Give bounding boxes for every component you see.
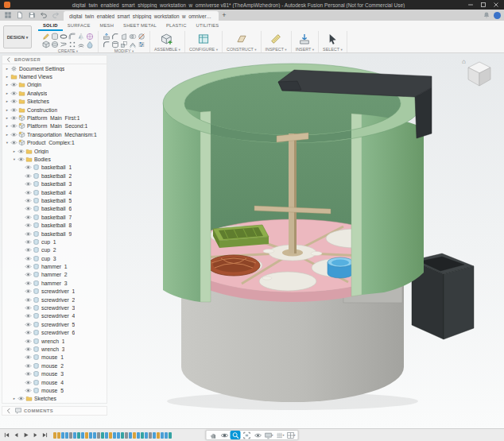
- browser-row-hammer-2[interactable]: hammer_2: [2, 271, 107, 279]
- visibility-eye-toggle[interactable]: [24, 238, 32, 246]
- pattern-button[interactable]: [68, 41, 76, 48]
- browser-row-basketball-8[interactable]: basketball_8: [2, 221, 107, 229]
- visibility-eye-toggle[interactable]: [24, 354, 32, 361]
- browser-row-mouse-3[interactable]: mouse_3: [2, 369, 107, 377]
- browser-row-screwdriver-6[interactable]: screwdriver_6: [2, 329, 107, 337]
- browser-row-cup-2[interactable]: cup_2: [2, 246, 107, 254]
- browser-row-platform-main-second-1[interactable]: ▸Platform_Main_Second:1: [2, 122, 107, 130]
- browser-row-screwdriver-5[interactable]: screwdriver_5: [2, 320, 107, 328]
- visibility-eye-toggle[interactable]: [10, 90, 17, 97]
- browser-row-construction[interactable]: ▸Construction: [2, 106, 107, 114]
- mirror-button[interactable]: [77, 33, 85, 41]
- new-tab-button[interactable]: +: [219, 10, 230, 21]
- group-label-configure[interactable]: CONFIGURE ▾: [189, 47, 218, 52]
- timeline-marker[interactable]: [157, 432, 160, 439]
- workspace-switcher[interactable]: DESIGN ▾: [3, 25, 32, 48]
- visibility-eye-toggle[interactable]: [24, 164, 32, 171]
- tree-item-label[interactable]: basketball_9: [41, 231, 72, 237]
- fillet-button[interactable]: [103, 41, 110, 48]
- timeline-marker[interactable]: [129, 432, 132, 439]
- visibility-eye-toggle[interactable]: [24, 197, 32, 204]
- redo-button[interactable]: [51, 10, 60, 20]
- play-button[interactable]: [21, 431, 30, 440]
- view-cube[interactable]: ⌂: [461, 56, 498, 93]
- close-button[interactable]: [490, 0, 502, 10]
- visibility-eye-toggle[interactable]: [24, 346, 32, 353]
- tree-item-label[interactable]: basketball_8: [41, 222, 72, 228]
- visibility-eye-toggle[interactable]: [24, 304, 32, 311]
- visibility-eye-toggle[interactable]: [24, 312, 32, 319]
- maximize-button[interactable]: [477, 0, 490, 10]
- offset-face-button[interactable]: [129, 41, 137, 48]
- browser-row-cup-1[interactable]: cup_1: [2, 238, 107, 246]
- display-settings-button[interactable]: ▾: [264, 431, 274, 439]
- timeline-marker[interactable]: [141, 432, 144, 439]
- tree-item-label[interactable]: screwdriver_6: [41, 330, 75, 335]
- timeline-marker[interactable]: [145, 432, 148, 439]
- browser-row-basketball-1[interactable]: basketball_1: [2, 164, 107, 172]
- box-button[interactable]: [42, 41, 50, 48]
- visibility-eye-toggle[interactable]: [24, 222, 32, 229]
- browser-row-sketches[interactable]: ▸Sketches: [2, 395, 107, 403]
- visibility-eye-toggle[interactable]: [24, 288, 32, 295]
- browser-row-basketball-7[interactable]: basketball_7: [2, 213, 107, 221]
- visibility-eye-toggle[interactable]: [24, 321, 32, 328]
- browser-row-mouse-5[interactable]: mouse_5: [2, 386, 107, 394]
- visibility-eye-toggle[interactable]: [24, 205, 32, 212]
- timeline-marker[interactable]: [165, 432, 168, 439]
- visibility-eye-toggle[interactable]: [24, 214, 32, 221]
- sphere-button[interactable]: [51, 41, 59, 48]
- timeline-marker[interactable]: [169, 432, 172, 439]
- collapse-panel-icon[interactable]: [5, 56, 13, 64]
- tree-item-label[interactable]: mouse_2: [41, 363, 64, 369]
- toolbar-tab-mesh[interactable]: MESH: [95, 21, 119, 31]
- tree-item-label[interactable]: screwdriver_3: [41, 305, 75, 311]
- tree-item-label[interactable]: Sketches: [27, 99, 49, 104]
- tree-item-label[interactable]: Sketches: [34, 396, 56, 401]
- visibility-eye-toggle[interactable]: [17, 395, 25, 402]
- tree-item-label[interactable]: mouse_3: [41, 371, 64, 377]
- browser-row-basketball-9[interactable]: basketball_9: [2, 230, 107, 238]
- visibility-eye-toggle[interactable]: [10, 106, 17, 114]
- collapse-comments-icon[interactable]: [5, 407, 13, 416]
- tree-item-label[interactable]: Product_Complex:1: [27, 140, 75, 145]
- shell-left-wall[interactable]: [163, 103, 211, 302]
- pan-hand-button[interactable]: [208, 431, 219, 439]
- visibility-eye-toggle[interactable]: [24, 362, 32, 369]
- tree-item-label[interactable]: Platform_Main_First:1: [27, 115, 79, 121]
- parameters-button[interactable]: [138, 41, 145, 48]
- sketch-button[interactable]: [42, 33, 50, 41]
- visibility-eye-toggle[interactable]: [24, 180, 32, 188]
- measure-button[interactable]: [269, 33, 282, 45]
- select-cursor-button[interactable]: [326, 33, 339, 45]
- tree-item-label[interactable]: mouse_5: [41, 388, 64, 393]
- timeline-marker[interactable]: [89, 432, 92, 439]
- browser-row-origin[interactable]: ▸Origin: [2, 81, 107, 89]
- look-at-button[interactable]: [253, 431, 263, 439]
- document-tab[interactable]: digital_twin_enabled_smart_shipping_work…: [64, 11, 219, 21]
- visibility-eye-toggle[interactable]: [24, 189, 32, 196]
- timeline-marker[interactable]: [109, 432, 112, 439]
- tree-item-label[interactable]: basketball_6: [41, 206, 72, 211]
- browser-row-basketball-3[interactable]: basketball_3: [2, 180, 107, 188]
- undo-button[interactable]: [39, 10, 48, 20]
- coil-button[interactable]: [60, 41, 68, 48]
- browser-row-screwdriver-3[interactable]: screwdriver_3: [2, 304, 107, 311]
- browser-row-basketball-2[interactable]: basketball_2: [2, 172, 107, 180]
- timeline-marker[interactable]: [61, 432, 64, 439]
- visibility-eye-toggle[interactable]: [24, 329, 32, 336]
- tree-item-label[interactable]: basketball_2: [41, 173, 72, 179]
- combine-button[interactable]: [129, 33, 137, 41]
- browser-row-document-settings[interactable]: ▸Document Settings: [2, 64, 107, 72]
- construction-plane-button[interactable]: [235, 33, 248, 45]
- tree-item-label[interactable]: mouse_1: [41, 354, 64, 360]
- file-menu-button[interactable]: [15, 10, 25, 20]
- browser-row-cup-3[interactable]: cup_3: [2, 254, 107, 262]
- timeline-marker[interactable]: [121, 432, 124, 439]
- brown-basket-body[interactable]: [207, 255, 260, 276]
- shell-button[interactable]: [111, 41, 119, 48]
- visibility-eye-toggle[interactable]: [24, 379, 32, 386]
- orbit-button[interactable]: [219, 431, 230, 439]
- timeline-marker[interactable]: [77, 432, 80, 439]
- new-component-button[interactable]: [161, 33, 173, 45]
